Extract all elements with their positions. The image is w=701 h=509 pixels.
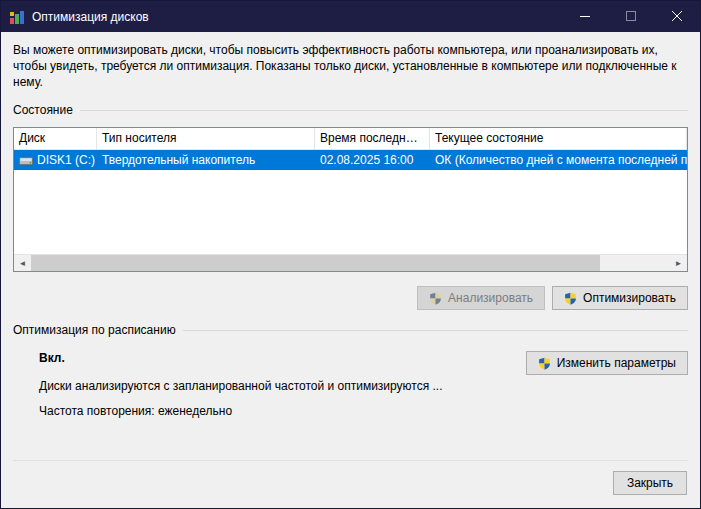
drive-name: DISK1 (C:) [37,153,95,167]
minimize-button[interactable] [562,1,608,32]
change-settings-button-label: Изменить параметры [557,356,676,370]
schedule-frequency: Частота повторения: еженедельно [39,404,443,418]
schedule-group-label: Оптимизация по расписанию [13,323,176,337]
close-dialog-button-label: Закрыть [627,476,673,490]
uac-shield-icon [429,292,442,305]
optimize-button[interactable]: Оптимизировать [552,286,688,310]
status-group-rule [80,110,688,111]
column-header-media-type[interactable]: Тип носителя [97,128,315,149]
close-icon [672,10,682,24]
listview-body: DISK1 (C:) Твердотельный накопитель 02.0… [14,150,687,254]
listview-header: Диск Тип носителя Время последн… Текущее… [14,128,687,150]
window-title: Оптимизация дисков [32,10,149,24]
maximize-icon [626,10,636,24]
drive-cell-last-run: 02.08.2025 16:00 [315,153,430,167]
titlebar: Оптимизация дисков [1,1,700,32]
drive-cell-media-type: Твердотельный накопитель [97,153,315,167]
column-header-current-status[interactable]: Текущее состояние [430,128,687,149]
drives-listview: Диск Тип носителя Время последн… Текущее… [13,127,688,272]
change-settings-button[interactable]: Изменить параметры [526,351,688,375]
scrollbar-track[interactable] [31,255,670,271]
analyze-button-label: Анализировать [448,291,533,305]
column-header-last-run[interactable]: Время последн… [315,128,430,149]
drive-cell-disk: DISK1 (C:) [14,153,97,167]
scroll-right-arrow-icon[interactable]: ► [670,255,687,271]
schedule-group-rule [183,330,688,331]
schedule-description: Диски анализируются с запланированной ча… [39,379,443,393]
status-group-label: Состояние [13,103,73,117]
intro-text: Вы можете оптимизировать диски, чтобы по… [13,42,688,90]
close-button[interactable] [654,1,700,32]
schedule-state: Вкл. [39,351,443,365]
scroll-left-arrow-icon[interactable]: ◄ [14,255,31,271]
caption-buttons [562,1,700,32]
drive-cell-status: ОК (Количество дней с момента последней … [430,153,687,167]
schedule-group-header: Оптимизация по расписанию [13,323,688,337]
optimize-drives-window: Оптимизация дисков [0,0,701,509]
defrag-app-icon [9,9,25,25]
hard-drive-icon [19,154,33,166]
footer-separator [13,460,688,461]
column-header-disk[interactable]: Диск [14,128,97,149]
minimize-icon [580,10,590,24]
analyze-button[interactable]: Анализировать [417,286,545,310]
scrollbar-thumb[interactable] [31,255,600,271]
footer: Закрыть [613,471,687,495]
optimize-button-label: Оптимизировать [583,291,676,305]
maximize-button [608,1,654,32]
drive-row[interactable]: DISK1 (C:) Твердотельный накопитель 02.0… [14,150,687,170]
dialog-content: Вы можете оптимизировать диски, чтобы по… [1,42,700,418]
uac-shield-icon [538,357,551,370]
schedule-section: Вкл. Диски анализируются с запланированн… [13,351,688,418]
status-buttons-row: Анализировать Оптимизировать [13,286,688,310]
horizontal-scrollbar[interactable]: ◄ ► [14,254,687,271]
uac-shield-icon [564,292,577,305]
schedule-info: Вкл. Диски анализируются с запланированн… [13,351,443,418]
close-dialog-button[interactable]: Закрыть [613,471,687,495]
schedule-actions: Изменить параметры [526,351,688,375]
status-group-header: Состояние [13,103,688,117]
